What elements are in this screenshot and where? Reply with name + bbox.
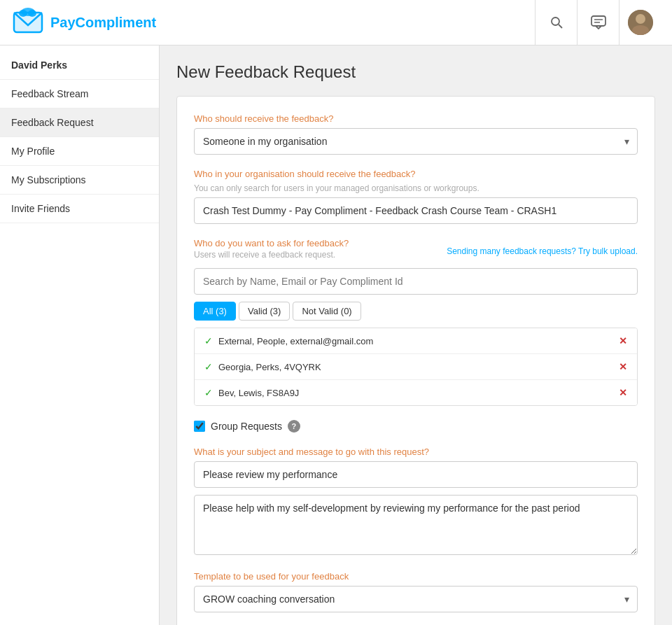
recipient-row: ✓ Georgia, Perks, 4VQYRK ✕ bbox=[195, 354, 637, 380]
recipient-row: ✓ External, People, external@gmail.com ✕ bbox=[195, 328, 637, 354]
check-icon-1: ✓ bbox=[204, 335, 213, 346]
template-select[interactable]: GROW coaching conversation Standard feed… bbox=[194, 586, 638, 612]
avatar bbox=[628, 10, 653, 35]
check-icon-3: ✓ bbox=[204, 387, 213, 398]
logo-pay: Pay bbox=[50, 15, 76, 30]
svg-point-3 bbox=[19, 10, 27, 17]
subject-input[interactable] bbox=[194, 461, 638, 488]
form-card: Who should receive the feedback? Someone… bbox=[176, 96, 655, 625]
logo-icon bbox=[11, 6, 45, 39]
sidebar: David Perks Feedback Stream Feedback Req… bbox=[0, 45, 160, 625]
ask-label: Who do you want to ask for feedback? bbox=[194, 238, 349, 248]
template-label: Template to be used for your feedback bbox=[194, 571, 638, 582]
search-button[interactable] bbox=[535, 0, 577, 45]
message-label: What is your subject and message to go w… bbox=[194, 447, 638, 457]
who-receive-select[interactable]: Someone in my organisation Me bbox=[194, 128, 638, 155]
page-title: New Feedback Request bbox=[176, 62, 655, 82]
svg-point-5 bbox=[552, 17, 559, 25]
org-sublabel: You can only search for users in your ma… bbox=[194, 183, 638, 193]
group-requests-row: Group Requests ? bbox=[194, 420, 638, 433]
recipient-row: ✓ Bev, Lewis, FS8A9J ✕ bbox=[195, 380, 637, 405]
sidebar-user: David Perks bbox=[0, 51, 159, 80]
sidebar-item-feedback-request[interactable]: Feedback Request bbox=[0, 108, 159, 137]
search-icon bbox=[550, 15, 564, 29]
filter-tabs: All (3) Valid (3) Not Valid (0) bbox=[194, 302, 638, 321]
section-template: Template to be used for your feedback GR… bbox=[194, 571, 638, 612]
sidebar-item-my-subscriptions[interactable]: My Subscriptions bbox=[0, 166, 159, 195]
who-receive-label: Who should receive the feedback? bbox=[194, 113, 638, 124]
group-requests-checkbox[interactable] bbox=[194, 421, 205, 432]
logo-compliment: Compliment bbox=[76, 15, 157, 30]
tab-valid[interactable]: Valid (3) bbox=[239, 302, 290, 321]
messages-button[interactable] bbox=[577, 0, 619, 45]
sidebar-item-invite-friends[interactable]: Invite Friends bbox=[0, 195, 159, 223]
sidebar-item-feedback-stream[interactable]: Feedback Stream bbox=[0, 80, 159, 108]
help-icon[interactable]: ? bbox=[288, 420, 300, 433]
user-avatar-button[interactable] bbox=[619, 0, 661, 45]
tab-not-valid[interactable]: Not Valid (0) bbox=[293, 302, 360, 321]
who-receive-select-wrapper: Someone in my organisation Me bbox=[194, 128, 638, 155]
org-input[interactable] bbox=[194, 197, 638, 224]
section-who-receive: Who should receive the feedback? Someone… bbox=[194, 113, 638, 155]
section-ask: Who do you want to ask for feedback? Use… bbox=[194, 238, 638, 406]
group-requests-label: Group Requests bbox=[211, 421, 282, 432]
svg-line-6 bbox=[559, 24, 562, 28]
sidebar-item-my-profile[interactable]: My Profile bbox=[0, 137, 159, 166]
remove-button-3[interactable]: ✕ bbox=[619, 387, 627, 398]
section-message: What is your subject and message to go w… bbox=[194, 447, 638, 557]
chat-icon bbox=[591, 15, 606, 29]
svg-point-4 bbox=[28, 10, 36, 17]
svg-rect-7 bbox=[592, 16, 606, 26]
remove-button-1[interactable]: ✕ bbox=[619, 335, 627, 346]
recipient-name-3: Bev, Lewis, FS8A9J bbox=[218, 388, 619, 398]
section-org: Who in your organisation should receive … bbox=[194, 169, 638, 224]
remove-button-2[interactable]: ✕ bbox=[619, 361, 627, 372]
main-content: New Feedback Request Who should receive … bbox=[160, 45, 672, 625]
recipient-list: ✓ External, People, external@gmail.com ✕… bbox=[194, 328, 638, 406]
layout: David Perks Feedback Stream Feedback Req… bbox=[0, 45, 672, 625]
check-icon-2: ✓ bbox=[204, 361, 213, 372]
header-actions bbox=[535, 0, 661, 45]
recipient-name-1: External, People, external@gmail.com bbox=[218, 336, 619, 346]
header: PayCompliment bbox=[0, 0, 672, 45]
svg-point-11 bbox=[636, 14, 645, 24]
ask-sublabel: Users will receive a feedback request. bbox=[194, 250, 349, 260]
recipient-name-2: Georgia, Perks, 4VQYRK bbox=[218, 362, 619, 372]
logo-text: PayCompliment bbox=[50, 15, 156, 31]
logo-area: PayCompliment bbox=[11, 6, 535, 39]
message-textarea[interactable]: Please help with my self-development by … bbox=[194, 495, 638, 555]
template-select-wrapper: GROW coaching conversation Standard feed… bbox=[194, 586, 638, 612]
bulk-upload-link[interactable]: Sending many feedback requests? Try bulk… bbox=[447, 246, 638, 256]
org-label: Who in your organisation should receive … bbox=[194, 169, 638, 179]
tab-all[interactable]: All (3) bbox=[194, 302, 236, 321]
search-input[interactable] bbox=[194, 268, 638, 295]
ask-header-row: Who do you want to ask for feedback? Use… bbox=[194, 238, 638, 264]
